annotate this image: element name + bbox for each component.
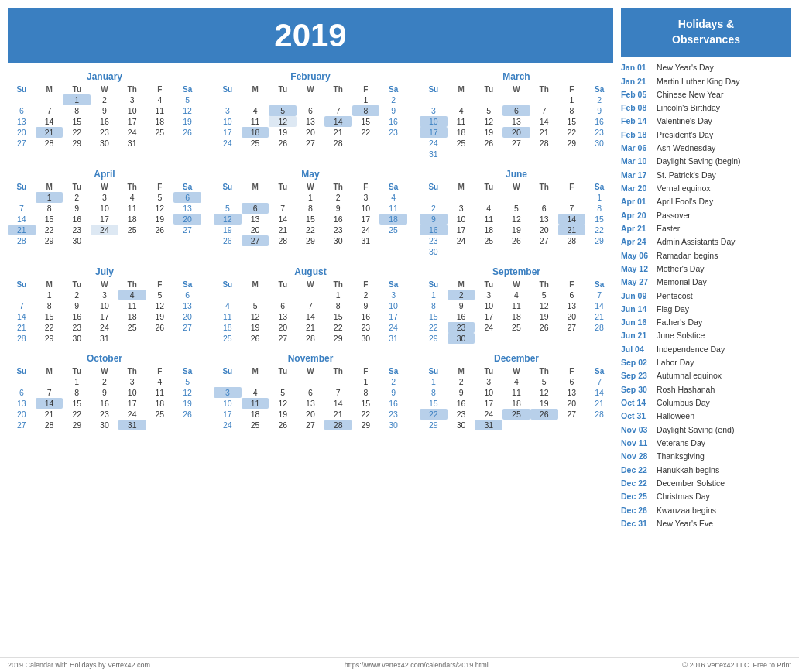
holiday-item: Sep 02Labor Day bbox=[621, 356, 791, 369]
holiday-item: Jun 14Flag Day bbox=[621, 303, 791, 316]
holiday-item: Sep 30Rosh Hashanah bbox=[621, 383, 791, 396]
holiday-item: Mar 10Daylight Saving (begin) bbox=[621, 155, 791, 168]
month-title-february: February bbox=[214, 71, 407, 82]
holiday-item: Feb 05Chinese New Year bbox=[621, 88, 791, 101]
holiday-date: Mar 10 bbox=[621, 155, 653, 168]
month-march: March SuMTuWThFSa 12 3456789 10111213141… bbox=[420, 71, 613, 159]
holiday-name: Easter bbox=[657, 222, 680, 235]
month-title-august: August bbox=[214, 266, 407, 277]
holiday-date: Sep 30 bbox=[621, 383, 653, 396]
holiday-date: Jun 14 bbox=[621, 303, 653, 316]
holiday-date: Jun 21 bbox=[621, 329, 653, 342]
holiday-name: Chinese New Year bbox=[657, 88, 723, 101]
holiday-date: Dec 22 bbox=[621, 477, 653, 490]
holiday-item: Jul 04Independence Day bbox=[621, 343, 791, 356]
holiday-name: St. Patrick's Day bbox=[657, 169, 716, 182]
holiday-date: May 12 bbox=[621, 262, 653, 276]
holiday-date: Nov 28 bbox=[621, 450, 653, 463]
holiday-name: Ramadan begins bbox=[657, 249, 718, 262]
holiday-item: May 06Ramadan begins bbox=[621, 249, 791, 262]
holiday-date: May 27 bbox=[621, 276, 653, 289]
holiday-item: Apr 24Admin Assistants Day bbox=[621, 235, 791, 249]
month-title-january: January bbox=[8, 71, 201, 82]
holiday-name: Flag Day bbox=[657, 303, 689, 316]
holiday-item: Dec 26Kwanzaa begins bbox=[621, 504, 791, 517]
holiday-item: Apr 20Passover bbox=[621, 209, 791, 222]
holiday-item: Nov 28Thanksgiving bbox=[621, 450, 791, 463]
month-title-june: June bbox=[420, 169, 613, 180]
month-title-april: April bbox=[8, 169, 201, 180]
holiday-name: Kwanzaa begins bbox=[657, 504, 716, 517]
holiday-name: Valentine's Day bbox=[657, 115, 712, 128]
holiday-item: Dec 31New Year's Eve bbox=[621, 517, 791, 530]
month-june: June SuMTuWThFSa 1 2345678 9101112131415 bbox=[420, 169, 613, 257]
month-december: December SuMTuWThFSa 1234567 89101112131… bbox=[420, 353, 613, 430]
holiday-date: Jun 16 bbox=[621, 316, 653, 329]
holiday-item: Mar 20Vernal equinox bbox=[621, 182, 791, 195]
holiday-name: Martin Luther King Day bbox=[657, 75, 739, 88]
footer: 2019 Calendar with Holidays by Vertex42.… bbox=[0, 657, 799, 672]
holiday-date: Feb 05 bbox=[621, 88, 653, 101]
holiday-date: Feb 14 bbox=[621, 115, 653, 128]
months-grid: January SuMTuWThFSa 12345 6789101112 131… bbox=[8, 71, 613, 430]
holidays-list: Jan 01New Year's DayJan 21Martin Luther … bbox=[621, 61, 791, 530]
footer-center: https://www.vertex42.com/calendars/2019.… bbox=[345, 661, 489, 669]
holiday-name: Labor Day bbox=[657, 356, 694, 369]
holiday-name: April Fool's Day bbox=[657, 195, 713, 208]
holiday-name: Hanukkah begins bbox=[657, 464, 719, 477]
sidebar-header: Holidays &Observances bbox=[621, 8, 791, 57]
holiday-item: May 12Mother's Day bbox=[621, 262, 791, 276]
month-september: September SuMTuWThFSa 1234567 8910111213… bbox=[420, 266, 613, 344]
holiday-item: Apr 01April Fool's Day bbox=[621, 195, 791, 208]
holiday-item: Feb 08Lincoln's Birthday bbox=[621, 101, 791, 115]
holiday-date: Dec 31 bbox=[621, 517, 653, 530]
holiday-date: Jul 04 bbox=[621, 343, 653, 356]
holiday-item: Mar 06Ash Wednesday bbox=[621, 142, 791, 155]
holiday-item: Oct 31Halloween bbox=[621, 410, 791, 423]
holiday-date: Nov 11 bbox=[621, 437, 653, 450]
holiday-name: Vernal equinox bbox=[657, 182, 710, 195]
month-title-october: October bbox=[8, 353, 201, 364]
holiday-name: June Solstice bbox=[657, 329, 705, 342]
holiday-item: Apr 21Easter bbox=[621, 222, 791, 235]
holiday-name: Columbus Day bbox=[657, 396, 710, 410]
holiday-name: Christmas Day bbox=[657, 490, 710, 503]
holiday-name: New Year's Eve bbox=[657, 517, 713, 530]
holiday-item: Sep 23Autumnal equinox bbox=[621, 369, 791, 382]
holiday-date: Nov 03 bbox=[621, 423, 653, 437]
holiday-item: Nov 03Daylight Saving (end) bbox=[621, 423, 791, 437]
holiday-item: Dec 25Christmas Day bbox=[621, 490, 791, 503]
holiday-item: Jun 09Pentecost bbox=[621, 290, 791, 303]
holiday-date: Jan 21 bbox=[621, 75, 653, 88]
sidebar: Holidays &Observances Jan 01New Year's D… bbox=[621, 8, 791, 646]
holiday-name: Ash Wednesday bbox=[657, 142, 715, 155]
holiday-date: Feb 08 bbox=[621, 101, 653, 115]
holiday-date: Apr 21 bbox=[621, 222, 653, 235]
holiday-name: Veterans Day bbox=[657, 437, 705, 450]
holiday-item: Mar 17St. Patrick's Day bbox=[621, 169, 791, 182]
month-may: May SuMTuWThFSa 1234 567891011 121314151… bbox=[214, 169, 407, 257]
month-title-september: September bbox=[420, 266, 613, 277]
holiday-item: Jun 21June Solstice bbox=[621, 329, 791, 342]
month-title-december: December bbox=[420, 353, 613, 364]
holiday-date: Feb 18 bbox=[621, 129, 653, 142]
holiday-name: Halloween bbox=[657, 410, 694, 423]
holiday-date: Apr 24 bbox=[621, 235, 653, 249]
month-title-march: March bbox=[420, 71, 613, 82]
holiday-item: Feb 18President's Day bbox=[621, 129, 791, 142]
month-title-november: November bbox=[214, 353, 407, 364]
holiday-item: Jan 01New Year's Day bbox=[621, 61, 791, 74]
holiday-item: Oct 14Columbus Day bbox=[621, 396, 791, 410]
holiday-item: Dec 22December Solstice bbox=[621, 477, 791, 490]
month-february: February SuMTuWThFSa 12 3456789 10111213… bbox=[214, 71, 407, 159]
year-header: 2019 bbox=[8, 8, 613, 63]
month-october: October SuMTuWThFSa 12345 6789101112 131… bbox=[8, 353, 201, 430]
holiday-name: Pentecost bbox=[657, 290, 693, 303]
holiday-name: Independence Day bbox=[657, 343, 725, 356]
holiday-item: Jan 21Martin Luther King Day bbox=[621, 75, 791, 88]
holiday-date: Sep 02 bbox=[621, 356, 653, 369]
month-title-july: July bbox=[8, 266, 201, 277]
holiday-name: Autumnal equinox bbox=[657, 369, 722, 382]
month-july: July SuMTuWThFSa 123456 78910111213 1415… bbox=[8, 266, 201, 344]
holiday-date: Mar 06 bbox=[621, 142, 653, 155]
